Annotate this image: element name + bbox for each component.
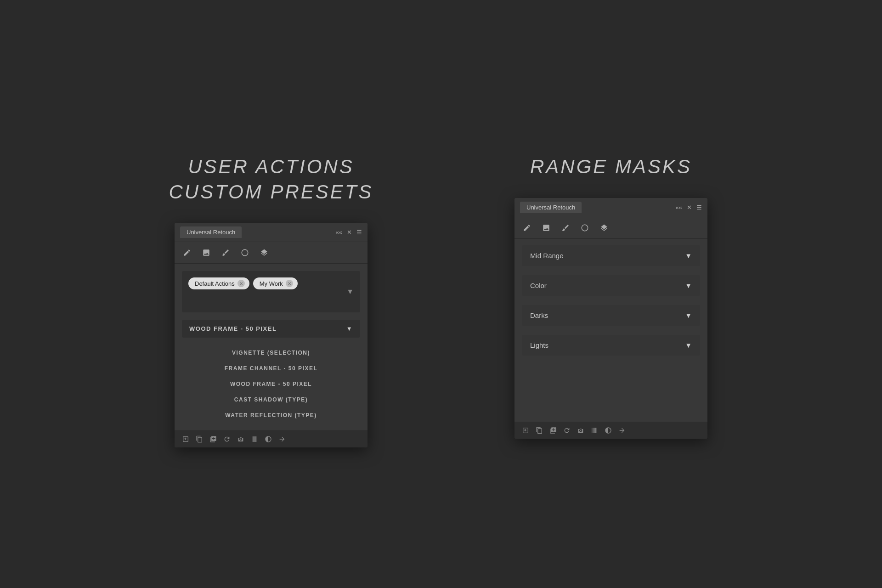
- right-panel: Universal Retouch «« ✕ ☰: [514, 198, 707, 439]
- right-footer-duplicate-icon[interactable]: [536, 427, 543, 434]
- tags-area: Default Actions ✕ My Work ✕ ▼: [182, 271, 360, 312]
- left-panel-header-icons: «« ✕ ☰: [336, 229, 362, 236]
- right-panel-header: Universal Retouch «« ✕ ☰: [514, 198, 707, 217]
- range-darks-arrow: ▼: [685, 311, 692, 319]
- right-footer-refresh-icon[interactable]: [563, 427, 571, 434]
- collapse-icon[interactable]: ««: [336, 229, 342, 236]
- tag-default-actions[interactable]: Default Actions ✕: [188, 277, 249, 289]
- right-footer-group-icon[interactable]: [549, 427, 557, 434]
- footer-contrast-icon[interactable]: [265, 435, 272, 443]
- right-toolbar-layers-icon[interactable]: [599, 223, 609, 233]
- tag-my-work[interactable]: My Work ✕: [253, 277, 298, 289]
- right-section: RANGE MASKS Universal Retouch «« ✕ ☰: [459, 154, 763, 439]
- right-panel-header-icons: «« ✕ ☰: [676, 204, 702, 211]
- right-footer-camera-icon[interactable]: [577, 427, 584, 434]
- tag-default-close[interactable]: ✕: [237, 280, 245, 287]
- toolbar-edit-icon[interactable]: [182, 248, 192, 258]
- right-collapse-icon[interactable]: ««: [676, 204, 682, 211]
- tag-mywork-close[interactable]: ✕: [286, 280, 293, 287]
- right-toolbar-edit-icon[interactable]: [522, 223, 532, 233]
- footer-image-adj-icon[interactable]: [251, 435, 258, 443]
- menu-icon[interactable]: ☰: [356, 229, 362, 236]
- right-footer-contrast-icon[interactable]: [605, 427, 612, 434]
- left-panel-content: Default Actions ✕ My Work ✕ ▼ WOOD FRAME…: [175, 264, 368, 430]
- action-vignette[interactable]: VIGNETTE (SELECTION): [182, 345, 360, 361]
- footer-refresh-icon[interactable]: [223, 435, 231, 443]
- main-container: USER ACTIONS CUSTOM PRESETS Universal Re…: [119, 141, 763, 447]
- range-lights-arrow: ▼: [685, 341, 692, 349]
- left-panel-footer: [175, 430, 368, 447]
- range-list: Mid Range ▼ Color ▼ Darks ▼ Lights ▼: [514, 239, 707, 367]
- right-panel-title: Universal Retouch: [520, 202, 582, 213]
- spacer: [514, 367, 707, 422]
- toolbar-brush-icon[interactable]: [220, 248, 231, 258]
- left-panel-title: Universal Retouch: [180, 226, 242, 238]
- right-toolbar-image-icon[interactable]: [541, 223, 551, 233]
- footer-duplicate-icon[interactable]: [196, 435, 203, 443]
- svg-point-1: [582, 225, 588, 231]
- action-set-dropdown[interactable]: WOOD FRAME - 50 PIXEL ▼: [182, 320, 360, 338]
- action-cast-shadow[interactable]: CAST SHADOW (TYPE): [182, 392, 360, 407]
- right-section-title: RANGE MASKS: [530, 154, 692, 180]
- right-panel-toolbar: [514, 217, 707, 239]
- right-footer-new-icon[interactable]: [522, 427, 529, 434]
- footer-new-icon[interactable]: [182, 435, 189, 443]
- right-footer-arrow-right-icon[interactable]: [618, 427, 626, 434]
- left-panel-toolbar: [175, 242, 368, 264]
- footer-camera-icon[interactable]: [237, 435, 244, 443]
- range-color-arrow: ▼: [685, 282, 692, 289]
- left-panel: Universal Retouch «« ✕ ☰: [175, 223, 368, 447]
- range-lights[interactable]: Lights ▼: [522, 335, 700, 356]
- right-close-icon[interactable]: ✕: [687, 204, 692, 211]
- footer-group-icon[interactable]: [209, 435, 217, 443]
- right-toolbar-brush-icon[interactable]: [560, 223, 571, 233]
- action-wood-frame[interactable]: WOOD FRAME - 50 PIXEL: [182, 376, 360, 392]
- left-section: USER ACTIONS CUSTOM PRESETS Universal Re…: [119, 154, 423, 447]
- action-set-dropdown-arrow: ▼: [346, 325, 353, 332]
- range-mid-range[interactable]: Mid Range ▼: [522, 245, 700, 266]
- left-panel-header: Universal Retouch «« ✕ ☰: [175, 223, 368, 242]
- right-panel-footer: [514, 422, 707, 439]
- toolbar-layers-icon[interactable]: [259, 248, 269, 258]
- svg-point-0: [242, 249, 248, 256]
- right-toolbar-circle-icon[interactable]: [580, 223, 590, 233]
- right-menu-icon[interactable]: ☰: [696, 204, 702, 211]
- right-footer-image-adj-icon[interactable]: [591, 427, 598, 434]
- action-frame-channel[interactable]: FRAME CHANNEL - 50 PIXEL: [182, 361, 360, 376]
- range-color[interactable]: Color ▼: [522, 275, 700, 296]
- range-mid-arrow: ▼: [685, 252, 692, 260]
- action-water-reflection[interactable]: WATER REFLECTION (TYPE): [182, 407, 360, 423]
- range-darks[interactable]: Darks ▼: [522, 305, 700, 326]
- footer-arrow-right-icon[interactable]: [278, 435, 286, 443]
- action-list: VIGNETTE (SELECTION) FRAME CHANNEL - 50 …: [182, 345, 360, 423]
- left-section-title: USER ACTIONS CUSTOM PRESETS: [169, 154, 373, 204]
- close-icon[interactable]: ✕: [347, 229, 352, 236]
- toolbar-image-icon[interactable]: [201, 248, 211, 258]
- tags-dropdown-arrow[interactable]: ▼: [346, 288, 354, 296]
- toolbar-circle-icon[interactable]: [240, 248, 250, 258]
